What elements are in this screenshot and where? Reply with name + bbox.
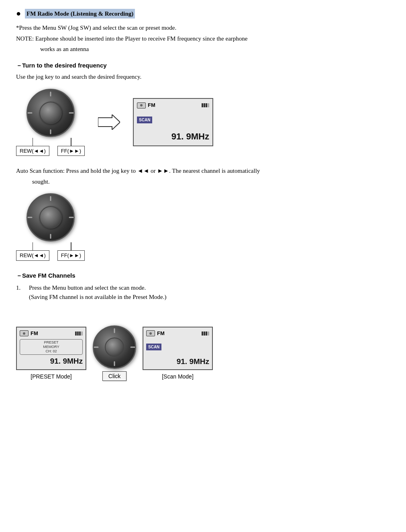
jog-tick-bottom-1 — [50, 129, 51, 134]
note-text2: works as an antenna — [40, 46, 89, 52]
battery-icon-preset — [75, 331, 83, 336]
fm-icon-preset: FM — [20, 329, 38, 338]
note-text1: NOTE: Earphone should be inserted into t… — [16, 35, 247, 42]
fm-label-scan: FM — [157, 329, 165, 338]
battery-bar-sc — [206, 331, 207, 336]
preset-badge-wrapper: PRESET MEMORY CH: 02 — [20, 338, 83, 354]
ff-line-2 — [71, 242, 71, 250]
item1-sub: (Saving FM channel is not available in t… — [29, 293, 166, 302]
fm-freq-1: 91. 9MHz — [137, 130, 209, 143]
auto-scan-line1: Auto Scan function: Press and hold the j… — [16, 166, 390, 176]
bottom-images-row: FM PRESET MEMORY CH: 02 91. 9MHz [PRESET… — [16, 325, 390, 381]
section-header: ● FM Radio Mode (Listening & Recording) — [16, 8, 390, 19]
preset-badge-line3: CH: 02 — [22, 349, 80, 354]
fm-screen-1: FM SCAN 91. 9MHz — [133, 98, 213, 146]
preset-mode-col: FM PRESET MEMORY CH: 02 91. 9MHz [PRESET… — [16, 327, 86, 381]
jog-tick-left-2 — [27, 217, 32, 218]
item1-text: Press the Menu button and select the sca… — [29, 283, 166, 293]
battery-bar-sa — [202, 331, 203, 336]
battery-bar-sd — [208, 331, 209, 336]
auto-scan-line2: sought. — [32, 177, 390, 186]
jog-tick-bottom-sm — [114, 361, 115, 366]
fm-freq-preset: 91. 9MHz — [20, 356, 83, 367]
scan-badge-text-scan: SCAN — [146, 344, 161, 350]
battery-icon-scan — [202, 331, 209, 336]
jog-tick-left-sm — [94, 347, 99, 348]
jog-tick-bottom-2 — [50, 234, 51, 239]
jog-wheel-1 — [27, 89, 75, 137]
radio-icon-1 — [137, 102, 146, 108]
section3-heading: －Save FM Channels — [16, 271, 390, 280]
scan-caption: [Scan Mode] — [162, 372, 194, 381]
battery-bar-1d — [208, 103, 209, 107]
arrow-icon-1 — [98, 115, 120, 130]
fm-freq-scan: 91. 9MHz — [146, 356, 209, 368]
fm-screen-top-1: FM — [137, 101, 209, 109]
ff-label-1: FF(►►) — [57, 146, 85, 156]
jog-wheel-inner-sm — [105, 338, 124, 357]
preset-badge: PRESET MEMORY CH: 02 — [20, 339, 83, 354]
preset-badge-line2: MEMORY — [22, 345, 80, 349]
item1-num: 1. — [16, 283, 26, 301]
fm-screen-preset: FM PRESET MEMORY CH: 02 91. 9MHz — [16, 327, 86, 370]
section1-heading: －Turn to the desired frequency — [16, 61, 390, 70]
bullet-dot: ● — [16, 7, 21, 19]
section1-para: Use the jog key to and search the desire… — [16, 72, 390, 82]
scan-badge-wrapper: SCAN — [146, 342, 209, 351]
rew-line-2 — [33, 242, 33, 250]
scan-mode-col: FM SCAN 91. 9MHz [Scan Mode] — [143, 327, 213, 381]
jog-wheel-inner-1 — [39, 102, 62, 124]
fm-label-preset: FM — [31, 329, 38, 338]
fm-label-1: FM — [148, 101, 155, 109]
battery-bar-sb — [204, 331, 205, 336]
preset-badge-line1: PRESET — [22, 340, 80, 345]
jog-tick-right-sm — [131, 347, 135, 348]
ff-line-1 — [71, 138, 71, 146]
item1-content: Press the Menu button and select the sca… — [29, 283, 166, 301]
battery-bar-pa — [75, 331, 77, 336]
rew-label-1: REW(◄◄) — [16, 146, 49, 156]
battery-bar-pd — [81, 331, 83, 336]
jog-tick-top-2 — [50, 196, 51, 201]
rew-line-1 — [33, 138, 33, 146]
jog-click-col: Click — [93, 325, 136, 381]
ff-label-2: FF(►►) — [57, 250, 85, 261]
press-note-text: *Press the Menu SW (Jog SW) and select t… — [16, 25, 176, 31]
jog-wheel-2 — [27, 193, 75, 241]
fm-screen-scan-top: FM — [146, 329, 209, 338]
jog-wheel-2-container: REW(◄◄) FF(►►) — [16, 193, 85, 261]
radio-icon-preset — [20, 330, 29, 336]
note-line2: works as an antenna — [40, 45, 390, 54]
arrow-right-1 — [97, 114, 121, 130]
fm-icon-scan: FM — [146, 329, 165, 338]
battery-bar-1a — [202, 103, 203, 107]
jog-tick-right-2 — [69, 217, 73, 218]
note-line1: NOTE: Earphone should be inserted into t… — [16, 34, 390, 43]
fm-screen-scan: FM SCAN 91. 9MHz — [143, 327, 213, 370]
scan-badge-1: SCAN — [137, 115, 209, 124]
jog-wheel-1-container: REW(◄◄) FF(►►) — [16, 89, 85, 156]
radio-icon-scan — [146, 330, 155, 336]
numbered-item-1: 1. Press the Menu button and select the … — [16, 283, 390, 301]
jog-wheel-sm — [93, 325, 136, 369]
section-title: FM Radio Mode (Listening & Recording) — [25, 9, 135, 19]
diagram-row-2: REW(◄◄) FF(►►) — [16, 193, 390, 261]
svg-marker-0 — [98, 115, 120, 130]
auto-scan-text1: Auto Scan function: Press and hold the j… — [16, 168, 260, 174]
rew-label-2: REW(◄◄) — [16, 250, 49, 261]
battery-bar-pc — [79, 331, 81, 336]
jog-wheel-inner-2 — [39, 206, 62, 229]
auto-scan-text2: sought. — [32, 178, 50, 185]
fm-screen-preset-top: FM — [20, 329, 83, 338]
jog-tick-top-sm — [114, 328, 115, 333]
battery-icon-1 — [202, 103, 209, 107]
jog-tick-right-1 — [69, 112, 73, 113]
jog-tick-top-1 — [50, 92, 51, 96]
preset-caption: [PRESET Mode] — [31, 372, 71, 381]
press-note: *Press the Menu SW (Jog SW) and select t… — [16, 23, 390, 33]
diagram-row-1: REW(◄◄) FF(►►) FM — [16, 89, 390, 156]
fm-icon-1: FM — [137, 101, 155, 109]
click-button[interactable]: Click — [102, 371, 126, 381]
battery-bar-1c — [206, 103, 207, 107]
scan-badge-text-1: SCAN — [137, 117, 152, 123]
